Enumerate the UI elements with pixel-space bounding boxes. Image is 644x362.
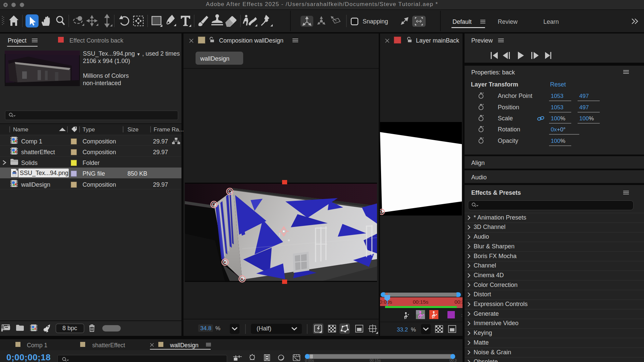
svg-text:Immersive Video: Immersive Video xyxy=(474,320,519,326)
svg-text:00:3: 00:3 xyxy=(449,358,457,362)
svg-text:0:00s: 0:00s xyxy=(305,358,314,362)
svg-text:%: % xyxy=(215,325,220,331)
svg-text:Learn: Learn xyxy=(543,18,559,25)
svg-text:Opacity: Opacity xyxy=(498,137,518,144)
svg-text:Position: Position xyxy=(498,104,519,111)
svg-text:Keying: Keying xyxy=(474,329,492,336)
svg-text:Distort: Distort xyxy=(474,291,491,298)
svg-text:00:15s: 00:15s xyxy=(370,358,381,362)
svg-text:Obsolete: Obsolete xyxy=(474,358,498,362)
svg-text:Matte: Matte xyxy=(474,339,489,346)
svg-text:100%: 100% xyxy=(579,115,594,122)
svg-text:Color Correction: Color Correction xyxy=(474,282,518,288)
svg-text:(Half): (Half) xyxy=(257,325,271,332)
svg-text:1053: 1053 xyxy=(551,93,564,99)
svg-text:Scale: Scale xyxy=(498,115,513,122)
svg-text:497: 497 xyxy=(579,104,589,111)
svg-text:8 bpc: 8 bpc xyxy=(62,325,77,331)
svg-text:Cinema 4D: Cinema 4D xyxy=(474,272,504,279)
svg-text:Review: Review xyxy=(498,18,518,25)
svg-text:497: 497 xyxy=(579,93,589,99)
svg-text:100%: 100% xyxy=(551,115,566,122)
svg-text:33.2: 33.2 xyxy=(397,326,408,333)
svg-text:Snapping: Snapping xyxy=(363,18,388,25)
svg-text:00:15s: 00:15s xyxy=(413,299,429,305)
svg-text:Rotation: Rotation xyxy=(498,126,520,133)
svg-text:%: % xyxy=(411,326,416,333)
svg-text:100%: 100% xyxy=(551,138,566,144)
svg-text:Audio: Audio xyxy=(474,233,489,240)
svg-text:Expression Controls: Expression Controls xyxy=(474,301,528,307)
svg-text:Channel: Channel xyxy=(474,262,496,269)
svg-text:3D Channel: 3D Channel xyxy=(474,224,505,230)
svg-text:Boris FX Mocha: Boris FX Mocha xyxy=(474,253,517,259)
svg-text:00:30: 00:30 xyxy=(454,299,463,305)
svg-text:* Animation Presets: * Animation Presets xyxy=(474,214,526,221)
svg-text:Anchor Point: Anchor Point xyxy=(498,93,532,99)
svg-text:0x+0°: 0x+0° xyxy=(551,126,566,133)
svg-text:Noise & Grain: Noise & Grain xyxy=(474,349,511,356)
svg-text:Blur & Sharpen: Blur & Sharpen xyxy=(474,243,515,250)
svg-text::: : xyxy=(461,313,463,318)
svg-text:1053: 1053 xyxy=(551,104,564,111)
svg-text:Default: Default xyxy=(452,18,472,25)
svg-text:Generate: Generate xyxy=(474,310,499,317)
svg-text:34.8: 34.8 xyxy=(200,325,211,331)
